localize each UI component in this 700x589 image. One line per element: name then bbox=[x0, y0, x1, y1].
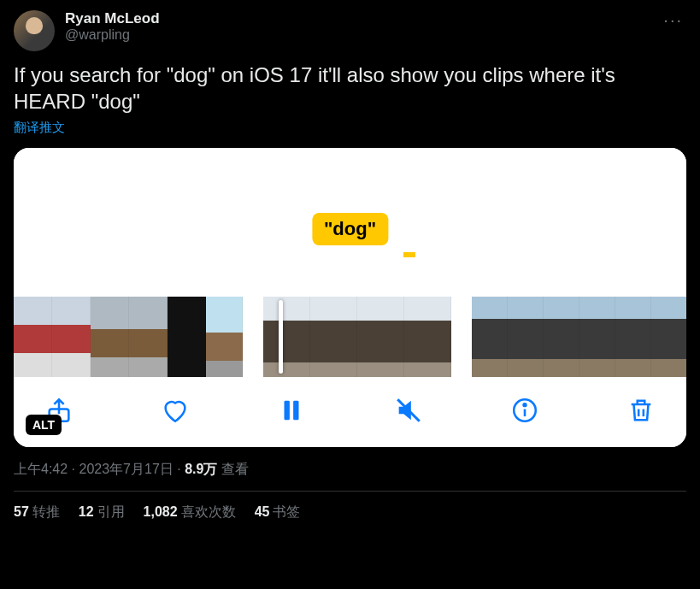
user-handle: @warpling bbox=[65, 27, 650, 43]
quotes-stat[interactable]: 12引用 bbox=[79, 504, 125, 521]
likes-stat[interactable]: 1,082喜欢次数 bbox=[144, 504, 236, 521]
avatar[interactable] bbox=[14, 10, 55, 51]
clip-thumb bbox=[14, 297, 52, 377]
clip-thumb bbox=[544, 297, 579, 377]
clip-thumb bbox=[357, 297, 404, 377]
media-card[interactable]: "dog" bbox=[14, 148, 686, 447]
media-preview: "dog" bbox=[14, 148, 686, 377]
clip-thumb bbox=[310, 297, 357, 377]
bookmarks-stat[interactable]: 45书签 bbox=[255, 504, 301, 521]
clip-thumb bbox=[52, 297, 91, 377]
info-icon[interactable] bbox=[510, 396, 539, 425]
clip-strip[interactable] bbox=[263, 297, 451, 377]
clip-thumb bbox=[206, 297, 243, 377]
timeline-strips bbox=[14, 297, 686, 377]
svg-rect-2 bbox=[294, 401, 299, 421]
clip-thumb bbox=[615, 297, 651, 377]
caption-bubble: "dog" bbox=[312, 213, 388, 245]
translate-link[interactable]: 翻译推文 bbox=[14, 120, 686, 136]
retweets-stat[interactable]: 57转推 bbox=[14, 504, 60, 521]
pause-icon[interactable] bbox=[277, 396, 306, 425]
clip-strip[interactable] bbox=[472, 297, 686, 377]
tweet-text: If you search for "dog" on iOS 17 it'll … bbox=[14, 62, 686, 115]
display-name: Ryan McLeod bbox=[65, 10, 650, 27]
clip-thumb bbox=[404, 297, 451, 377]
alt-badge[interactable]: ALT bbox=[26, 415, 62, 435]
svg-point-6 bbox=[523, 404, 526, 407]
user-info[interactable]: Ryan McLeod @warpling bbox=[65, 10, 650, 43]
caption-tick bbox=[403, 252, 415, 257]
clip-thumb bbox=[579, 297, 615, 377]
tweet-header: Ryan McLeod @warpling ··· bbox=[14, 10, 686, 51]
clip-thumb bbox=[168, 297, 206, 377]
trash-icon[interactable] bbox=[626, 396, 656, 425]
clip-thumb bbox=[472, 297, 508, 377]
clip-thumb bbox=[91, 297, 129, 377]
tweet-date[interactable]: 2023年7月17日 bbox=[79, 462, 173, 476]
svg-rect-1 bbox=[285, 401, 290, 421]
tweet-stats: 57转推 12引用 1,082喜欢次数 45书签 bbox=[14, 492, 686, 521]
clip-thumb bbox=[508, 297, 544, 377]
media-toolbar bbox=[14, 377, 686, 447]
tweet-time[interactable]: 上午4:42 bbox=[14, 462, 68, 476]
views-count: 8.9万 bbox=[185, 462, 217, 476]
mute-icon[interactable] bbox=[394, 396, 423, 425]
clip-thumb bbox=[263, 297, 310, 377]
tweet-container: Ryan McLeod @warpling ··· If you search … bbox=[0, 0, 700, 532]
more-icon[interactable]: ··· bbox=[660, 10, 686, 30]
tweet-meta: 上午4:42 · 2023年7月17日 · 8.9万 查看 bbox=[14, 461, 686, 492]
heart-icon[interactable] bbox=[161, 396, 190, 425]
clip-thumb bbox=[129, 297, 168, 377]
clip-strip[interactable] bbox=[14, 297, 243, 377]
playhead[interactable] bbox=[279, 300, 283, 374]
clip-thumb bbox=[651, 297, 686, 377]
views-label: 查看 bbox=[221, 462, 249, 476]
